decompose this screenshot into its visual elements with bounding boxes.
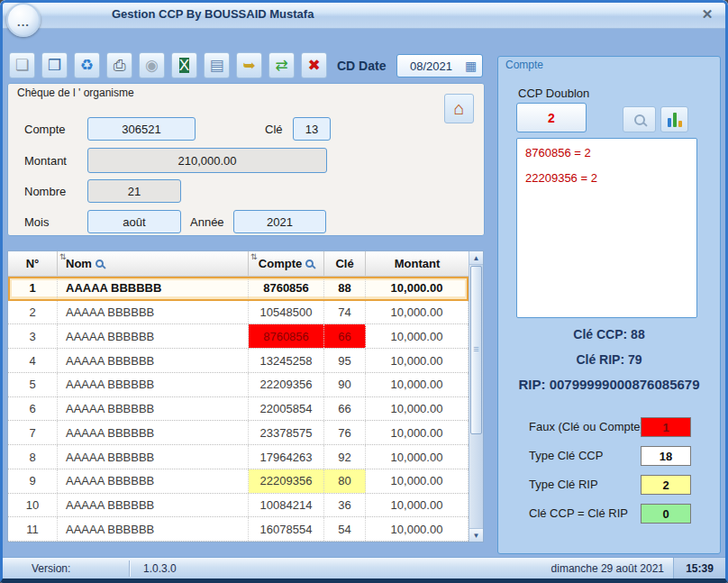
scrollbar-thumb[interactable]: ≡ xyxy=(470,266,482,434)
table-row[interactable]: 10 AAAAA BBBBBB 10084214 36 10,000.00 xyxy=(8,494,469,518)
cell-cle: 54 xyxy=(324,517,366,541)
cell-cle: 76 xyxy=(324,421,366,444)
cell-montant: 10,000.00 xyxy=(366,469,469,493)
scroll-down-icon[interactable]: ▼ xyxy=(469,528,483,542)
cd-date-label: CD Date xyxy=(337,59,386,73)
duplicate-item[interactable]: 8760856 = 2 xyxy=(525,146,688,159)
cell-n: 2 xyxy=(8,301,58,324)
cell-cle: 36 xyxy=(324,494,366,517)
cell-nom: AAAAA BBBBBB xyxy=(58,494,249,517)
ccp-doublon-label: CCP Doublon xyxy=(518,87,589,100)
cell-n: 6 xyxy=(8,397,58,421)
annee-label: Année xyxy=(190,215,224,229)
table-body: 1 AAAAA BBBBBB 8760856 88 10,000.00 2 AA… xyxy=(8,277,469,542)
close-icon[interactable]: ✕ xyxy=(697,5,717,24)
status-time: 15:39 xyxy=(673,558,725,579)
table-row[interactable]: 8 AAAAA BBBBBB 17964263 92 10,000.00 xyxy=(8,445,469,469)
refresh-button[interactable]: ⇄ xyxy=(268,52,295,78)
duplicates-listbox[interactable]: 8760856 = 2 22209356 = 2 xyxy=(516,138,697,318)
table-row[interactable]: 3 AAAAA BBBBBB 8760856 66 10,000.00 xyxy=(8,324,469,349)
cell-n: 10 xyxy=(8,494,58,517)
cell-montant: 10,000.00 xyxy=(366,373,469,396)
mois-label: Mois xyxy=(24,215,49,229)
cheque-groupbox: Chèque de l ' organisme ⌂ Compte 306521 … xyxy=(7,83,485,236)
cell-nom: AAAAA BBBBBB xyxy=(58,397,249,421)
cell-compte: 22005854 xyxy=(249,397,324,421)
cle-field[interactable]: 13 xyxy=(293,117,331,141)
cle-ccp-text: Clé CCP: 88 xyxy=(498,327,720,342)
table-scrollbar[interactable]: ▲ ≡ ▼ xyxy=(469,251,483,542)
cell-montant: 10,000.00 xyxy=(366,349,469,372)
cell-montant: 10,000.00 xyxy=(366,445,469,469)
stats-button[interactable] xyxy=(660,106,688,132)
sort-icon[interactable]: ⇅ xyxy=(250,252,258,261)
cell-montant: 10,000.00 xyxy=(366,517,469,541)
table-row[interactable]: 5 AAAAA BBBBBB 22209356 90 10,000.00 xyxy=(8,373,469,397)
cd-date-field[interactable]: 08/2021 ▦ xyxy=(396,54,483,77)
home-button[interactable]: ⌂ xyxy=(444,94,474,123)
calendar-icon[interactable]: ▦ xyxy=(465,59,479,73)
cle-rip-text: Clé RIP: 79 xyxy=(498,352,720,367)
cell-cle: 66 xyxy=(324,324,366,348)
search-icon[interactable] xyxy=(305,260,314,268)
notepad-button[interactable]: ▤ xyxy=(204,52,230,78)
stat-label: Type Clé CCP xyxy=(529,449,603,462)
stat-label: Type Clé RIP xyxy=(529,478,598,491)
stat-label: Clé CCP = Clé RIP xyxy=(529,506,628,520)
table-row[interactable]: 6 AAAAA BBBBBB 22005854 66 10,000.00 xyxy=(8,397,469,422)
table-row[interactable]: 2 AAAAA BBBBBB 10548500 74 10,000.00 xyxy=(8,301,469,325)
column-header-nom-label: Nom xyxy=(66,257,92,270)
annee-field[interactable]: 2021 xyxy=(233,210,326,233)
cell-montant: 10,000.00 xyxy=(366,494,469,517)
nombre-field[interactable]: 21 xyxy=(87,179,181,203)
cell-compte: 23378575 xyxy=(249,421,324,444)
table-row[interactable]: 7 AAAAA BBBBBB 23378575 76 10,000.00 xyxy=(8,421,469,445)
export-excel-button[interactable]: X xyxy=(171,52,197,78)
column-header-cle[interactable]: Clé xyxy=(324,251,366,277)
cle-label: Clé xyxy=(265,123,283,136)
recycle-bin-button[interactable]: ♻ xyxy=(74,52,100,78)
toolbar-icon: ❒ xyxy=(48,58,61,73)
montant-label: Montant xyxy=(24,154,67,168)
table-row[interactable]: 9 AAAAA BBBBBB 22209356 80 10,000.00 xyxy=(8,469,469,494)
column-header-compte[interactable]: ⇅ Compte xyxy=(249,251,324,277)
toolbar-icon: ⇄ xyxy=(275,58,287,73)
cell-n: 9 xyxy=(8,469,58,493)
toolbar-icon: ❏ xyxy=(15,58,29,73)
cell-n: 11 xyxy=(8,517,58,541)
export-cd-button[interactable]: ◉ xyxy=(139,52,165,78)
cell-montant: 10,000.00 xyxy=(366,277,469,300)
export-note-button[interactable]: ➥ xyxy=(236,52,262,78)
table-row[interactable]: 1 AAAAA BBBBBB 8760856 88 10,000.00 xyxy=(8,277,469,301)
column-header-n[interactable]: N° xyxy=(8,251,58,277)
cell-montant: 10,000.00 xyxy=(366,397,469,421)
column-header-montant[interactable]: Montant xyxy=(366,251,469,277)
app-menu-orb[interactable]: ... xyxy=(6,3,41,37)
search-duplicates-button[interactable] xyxy=(623,106,656,132)
toolbar-icon: ▤ xyxy=(209,58,223,73)
new-document-button[interactable]: ❏ xyxy=(9,52,35,78)
mois-field[interactable]: août xyxy=(87,210,181,233)
titlebar: ... Gestion CCP By BOUSSAID Mustafa ✕ xyxy=(0,0,728,29)
search-icon[interactable] xyxy=(96,260,104,268)
montant-field[interactable]: 210,000.00 xyxy=(87,148,327,173)
delete-button[interactable]: ✖ xyxy=(301,52,327,78)
compte-field[interactable]: 306521 xyxy=(87,117,196,141)
table-row[interactable]: 4 AAAAA BBBBBB 13245258 95 10,000.00 xyxy=(8,349,469,373)
table-row[interactable]: 11 AAAAA BBBBBB 16078554 54 10,000.00 xyxy=(8,517,469,542)
cell-compte: 22209356 xyxy=(249,469,324,493)
column-header-nom[interactable]: ⇅ Nom xyxy=(58,251,249,277)
cell-compte: 13245258 xyxy=(249,349,324,372)
stat-value: 18 xyxy=(641,446,691,466)
window-title: Gestion CCP By BOUSSAID Mustafa xyxy=(112,0,314,28)
print-button[interactable]: ⎙ xyxy=(106,52,132,78)
version-value: 1.0.3.0 xyxy=(131,562,551,575)
cd-date-value: 08/2021 xyxy=(397,59,465,73)
scroll-up-icon[interactable]: ▲ xyxy=(469,251,483,265)
duplicate-item[interactable]: 22209356 = 2 xyxy=(525,171,688,185)
cell-montant: 10,000.00 xyxy=(366,301,469,324)
save-button[interactable]: ❒ xyxy=(41,52,68,78)
sort-icon[interactable]: ⇅ xyxy=(59,252,67,261)
column-header-n-label: N° xyxy=(26,257,40,270)
cell-n: 3 xyxy=(8,324,58,348)
